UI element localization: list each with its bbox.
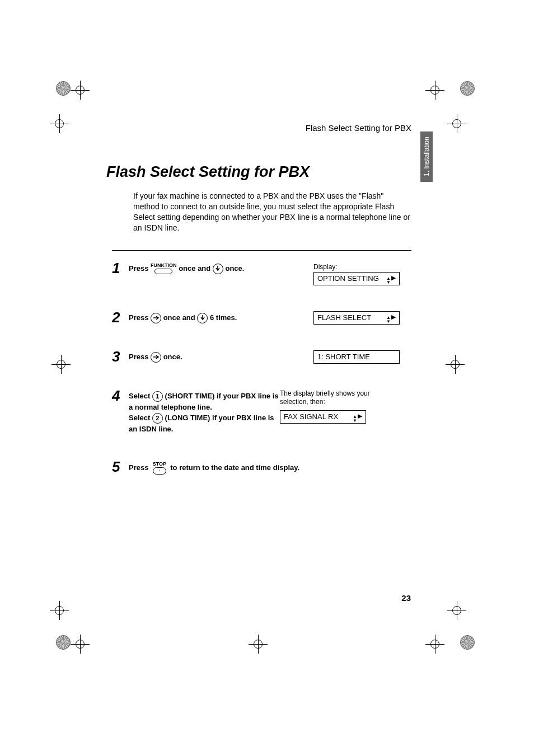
funktion-key-icon: FUNKTION [151, 263, 177, 274]
display-text: OPTION SETTING [317, 274, 379, 283]
crop-mark-icon [429, 84, 441, 96]
text: 6 times. [210, 313, 237, 322]
crop-mark-icon [74, 84, 86, 96]
crop-mark-icon [460, 635, 475, 650]
crop-mark-icon [53, 118, 65, 130]
crop-mark-icon [451, 118, 463, 130]
nav-arrows-icon: ▲▼▶ [386, 312, 396, 323]
chapter-tab: 1. Installation [420, 132, 433, 182]
intro-paragraph: If your fax machine is connected to a PB… [133, 191, 411, 233]
text: once. [163, 353, 182, 361]
text: Select [129, 414, 152, 422]
steps-container: 1 Press FUNKTION once and once. Display:… [112, 250, 411, 489]
display-note: The display briefly shows your selection… [280, 389, 378, 407]
display-label: Display: [313, 263, 338, 271]
step-2: 2 Press once and 6 times. FLASH SELECT ▲… [112, 300, 411, 339]
step-number: 4 [112, 388, 129, 403]
crop-mark-icon [460, 81, 475, 96]
down-arrow-key-icon [197, 313, 208, 323]
step-1: 1 Press FUNKTION once and once. Display:… [112, 251, 411, 300]
text: Press [129, 353, 151, 361]
step-instruction: Select 1 (SHORT TIME) if your PBX line i… [129, 388, 280, 435]
crop-mark-icon [451, 604, 463, 617]
nav-arrows-icon: ▲▼▶ [353, 411, 362, 422]
lcd-display: OPTION SETTING ▲▼▶ [313, 272, 400, 285]
step-number: 1 [112, 261, 129, 275]
text: once. [225, 264, 244, 273]
down-arrow-key-icon [213, 264, 223, 274]
text: to return to the date and time display. [170, 463, 299, 472]
crop-mark-icon [56, 81, 71, 96]
section-title: Flash Select Setting for PBX [106, 163, 411, 181]
stop-key-icon: STOP [153, 462, 166, 475]
lcd-display: FAX SIGNAL RX ▲▼▶ [280, 410, 366, 424]
lcd-display: FLASH SELECT ▲▼▶ [313, 311, 400, 325]
step-instruction: Press once. [129, 349, 313, 363]
running-header: Flash Select Setting for PBX [106, 123, 411, 133]
step-instruction: Press STOP to return to the date and tim… [129, 459, 411, 475]
text: Press [129, 264, 151, 273]
crop-mark-icon [56, 635, 71, 650]
right-arrow-key-icon [151, 313, 161, 323]
step-3: 3 Press once. 1: SHORT TIME [112, 339, 411, 378]
step-4: 4 Select 1 (SHORT TIME) if your PBX line… [112, 378, 411, 449]
step-instruction: Press FUNKTION once and once. [129, 261, 313, 275]
number-2-key-icon: 2 [152, 413, 163, 424]
number-1-key-icon: 1 [152, 391, 163, 402]
page-number: 23 [401, 593, 411, 603]
text: once and [179, 264, 213, 273]
right-arrow-key-icon [151, 352, 161, 363]
display-text: FLASH SELECT [317, 313, 371, 322]
step-number: 5 [112, 459, 129, 474]
display-text: FAX SIGNAL RX [284, 412, 338, 421]
text: Press [129, 313, 151, 322]
step-number: 2 [112, 310, 129, 325]
display-text: 1: SHORT TIME [317, 353, 370, 361]
crop-mark-icon [55, 358, 67, 370]
lcd-display: 1: SHORT TIME [313, 350, 400, 364]
step-instruction: Press once and 6 times. [129, 310, 313, 323]
crop-mark-icon [53, 604, 65, 617]
crop-mark-icon [252, 638, 264, 650]
step-number: 3 [112, 349, 129, 364]
crop-mark-icon [449, 358, 461, 370]
crop-mark-icon [74, 638, 86, 650]
crop-mark-icon [429, 638, 441, 650]
step-5: 5 Press STOP to return to the date and t… [112, 449, 411, 489]
text: Select [129, 392, 152, 400]
nav-arrows-icon: ▲▼▶ [386, 273, 396, 284]
text: Press [129, 463, 151, 472]
text: once and [163, 313, 198, 322]
